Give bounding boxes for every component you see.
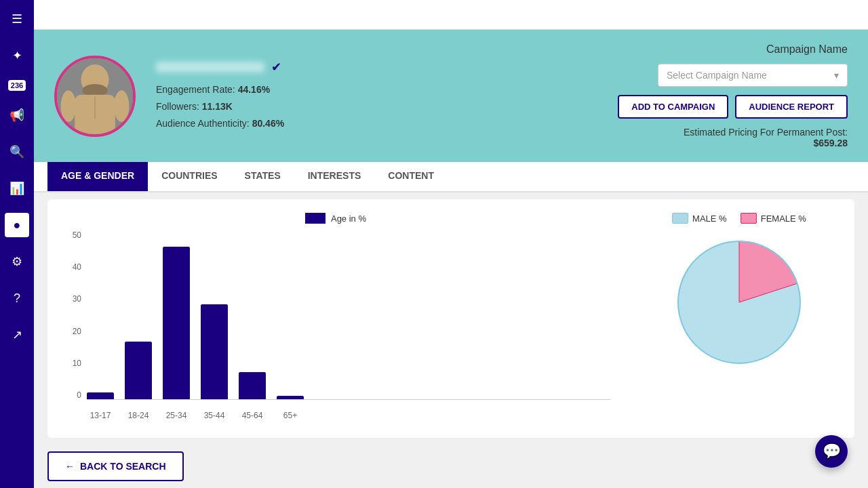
female-legend-label: FEMALE % [761,214,806,224]
profile-header: ✔ Engagement Rate: 44.16% Followers: 11.… [34,30,868,162]
top-bar [34,0,868,30]
bar-legend-label: Age in % [331,214,366,224]
chat-bubble[interactable]: 💬 [815,435,848,468]
chart-area: Age in % 0 10 20 30 40 50 [47,199,854,438]
bar-group-35-44 [201,304,228,399]
x-label-35-44: 35-44 [201,411,228,420]
x-label-45-64: 45-64 [239,411,266,420]
bar-chart-inner: 0 10 20 30 40 50 [61,230,610,420]
back-arrow-icon: ← [65,461,75,472]
male-legend-label: MALE % [692,214,727,224]
campaign-section: Campaign Name Select Campaign Name ▾ ADD… [618,43,848,148]
svg-point-5 [61,90,76,122]
x-label-18-24: 18-24 [125,411,152,420]
tab-age-gender[interactable]: AGE & GENDER [47,162,148,191]
pie-svg [671,235,807,370]
campaign-select-dropdown[interactable]: Select Campaign Name ▾ [658,64,848,87]
authenticity: Audience Authenticity: 80.46% [156,115,597,132]
tabs-bar: AGE & GENDER COUNTRIES STATES INTERESTS … [34,162,868,192]
campaign-buttons: ADD TO CAMPAIGN AUDIENCE REPORT [618,95,848,119]
main-content: ✔ Engagement Rate: 44.16% Followers: 11.… [34,0,868,488]
followers: Followers: 11.13K [156,98,597,115]
bar-35-44 [201,304,228,399]
bar-group-45-64 [239,372,266,399]
bar-chart-legend: Age in % [61,213,610,224]
engagement-rate: Engagement Rate: 44.16% [156,81,597,98]
bar-chart-container: Age in % 0 10 20 30 40 50 [61,213,610,424]
pie-legend-female: FEMALE % [741,213,806,224]
bar-group-18-24 [125,342,152,399]
avatar-image [57,58,133,134]
sidebar-badge: 236 [8,80,26,91]
tab-interests[interactable]: INTERESTS [294,162,375,191]
profile-info: ✔ Engagement Rate: 44.16% Followers: 11.… [156,60,597,133]
profile-name-blurred [156,62,264,73]
svg-point-6 [114,90,129,122]
add-to-campaign-button[interactable]: ADD TO CAMPAIGN [618,95,728,119]
profile-stats: Engagement Rate: 44.16% Followers: 11.13… [156,81,597,133]
bar-group-65plus [277,396,304,399]
tab-countries[interactable]: COUNTRIES [148,162,231,191]
pie-legend-male: MALE % [672,213,727,224]
sidebar-menu-icon[interactable]: ☰ [5,7,29,31]
profile-name-row: ✔ [156,60,597,75]
male-legend-box [672,213,688,224]
x-label-13-17: 13-17 [87,411,114,420]
sidebar-chart-icon[interactable]: 📊 [5,176,29,201]
tab-content[interactable]: CONTENT [374,162,448,191]
bar-group-13-17 [87,392,114,399]
bar-25-34 [163,247,190,399]
sidebar-share-icon[interactable]: ↗ [5,323,29,347]
bar-legend-box [305,213,326,224]
sidebar-search-icon[interactable]: 🔍 [5,140,29,164]
pie-legend: MALE % FEMALE % [672,213,806,224]
tab-states[interactable]: STATES [231,162,294,191]
y-axis: 0 10 20 30 40 50 [61,230,81,400]
sidebar: ☰ ✦ 236 📢 🔍 📊 ● ⚙ ? ↗ [0,0,34,488]
verified-icon: ✔ [271,60,281,75]
bar-65plus [277,396,304,399]
audience-report-button[interactable]: AUDIENCE REPORT [735,95,848,119]
back-button-container: ← BACK TO SEARCH [34,445,868,488]
bar-group-25-34 [163,247,190,399]
sidebar-dots-icon[interactable]: ✦ [5,43,29,68]
svg-point-2 [82,84,107,97]
chevron-down-icon: ▾ [834,70,839,81]
bar-13-17 [87,392,114,399]
pricing-info: Estimated Pricing For Permanent Post: $6… [684,127,848,148]
pie-chart-container: MALE % FEMALE % [637,213,841,424]
avatar [54,56,136,137]
sidebar-settings-icon[interactable]: ⚙ [5,249,29,274]
chat-icon: 💬 [823,443,841,460]
bar-45-64 [239,372,266,399]
back-to-search-button[interactable]: ← BACK TO SEARCH [47,451,184,481]
sidebar-megaphone-icon[interactable]: 📢 [5,103,29,127]
x-axis: 13-17 18-24 25-34 35-44 45-64 65+ [87,411,610,420]
x-label-65plus: 65+ [277,411,304,420]
bars-area [87,230,610,400]
campaign-name-label: Campaign Name [766,43,848,56]
bar-18-24 [125,342,152,399]
x-label-25-34: 25-34 [163,411,190,420]
female-legend-box [741,213,757,224]
sidebar-help-icon[interactable]: ? [5,286,29,310]
sidebar-active-icon[interactable]: ● [5,213,29,237]
